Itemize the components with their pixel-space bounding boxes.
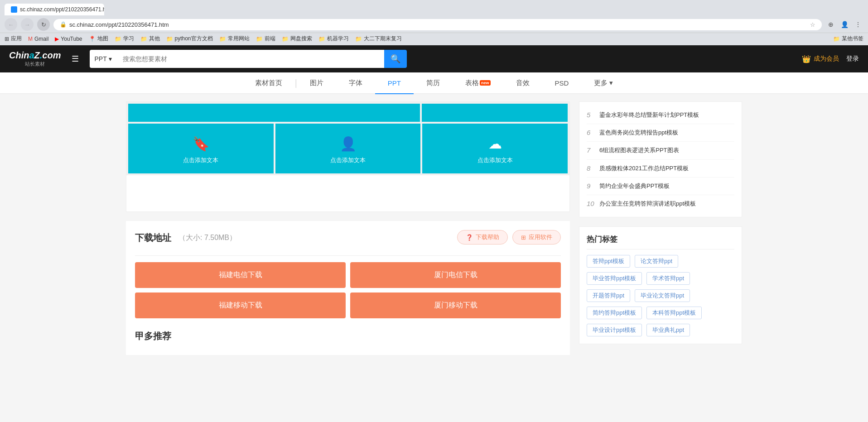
ppt-card-grid: 🔖 点击添加文本 👤 点击添加文本 ☁ 点击添加文本 bbox=[126, 122, 569, 175]
profile-icon[interactable]: 👤 bbox=[839, 19, 850, 30]
search-type-label: PPT bbox=[94, 55, 106, 62]
address-bar[interactable]: 🔒 sc.chinaz.com/ppt/210220356471.htm ☆ bbox=[53, 19, 822, 30]
bookmark-study-label: 学习 bbox=[123, 35, 134, 43]
tag-6[interactable]: 毕业论文答辩ppt bbox=[635, 289, 690, 302]
nav-item-psd[interactable]: PSD bbox=[542, 72, 582, 94]
menu-icon[interactable]: ☰ bbox=[72, 54, 79, 64]
ppt-card-2-text: 点击添加文本 bbox=[330, 156, 366, 164]
bookmark-others-label: 其他 bbox=[149, 35, 160, 43]
others-folder-icon: 📁 bbox=[140, 36, 147, 42]
tag-3[interactable]: 毕业答辩ppt模板 bbox=[587, 272, 642, 285]
bookmark-frontend[interactable]: 📁 前端 bbox=[256, 35, 275, 43]
search-type-select[interactable]: PPT ▾ bbox=[90, 50, 116, 68]
bookmark-ml[interactable]: 📁 机器学习 bbox=[318, 35, 349, 43]
ppt-slide: 🔖 点击添加文本 👤 点击添加文本 ☁ 点击添加文本 bbox=[126, 102, 569, 211]
ppt-card-3: ☁ 点击添加文本 bbox=[422, 124, 568, 173]
tag-4[interactable]: 学术答辩ppt bbox=[646, 272, 690, 285]
back-button[interactable]: ← bbox=[5, 18, 17, 31]
tab-bar: sc.chinaz.com/ppt/210220356471.htm bbox=[5, 4, 863, 15]
list-item-5[interactable]: 5 鎏金水彩年终总结暨新年计划PPT模板 bbox=[587, 106, 734, 124]
bookmark-maps[interactable]: 📍 地图 bbox=[89, 35, 108, 43]
list-title-9: 简约企业年会盛典PPT模板 bbox=[599, 182, 670, 190]
tag-8[interactable]: 本科答辩ppt模板 bbox=[646, 307, 702, 319]
logo-text: ChinaZ.com bbox=[9, 50, 61, 61]
search-button[interactable]: 🔍 bbox=[384, 50, 407, 68]
browser-chrome: sc.chinaz.com/ppt/210220356471.htm ← → ↻… bbox=[0, 0, 868, 33]
list-item-10[interactable]: 10 办公室主任竞聘答辩演讲述职ppt模板 bbox=[587, 195, 734, 212]
bookmark-others[interactable]: 📁 其他 bbox=[140, 35, 160, 43]
frontend-folder-icon: 📁 bbox=[256, 36, 263, 42]
menu-dots-icon[interactable]: ⋮ bbox=[853, 19, 863, 30]
help-label: 下载帮助 bbox=[476, 233, 499, 241]
bookmarks-bar: ⊞ 应用 M Gmail ▶ YouTube 📍 地图 📁 学习 📁 其他 📁 … bbox=[0, 33, 868, 45]
gmail-icon: M bbox=[28, 36, 33, 42]
youtube-icon: ▶ bbox=[55, 36, 59, 42]
extensions-icon[interactable]: ⊕ bbox=[825, 19, 836, 30]
bookmark-gmail[interactable]: M Gmail bbox=[28, 36, 48, 42]
list-item-8[interactable]: 8 质感微粒体2021工作总结PPT模板 bbox=[587, 160, 734, 177]
bookmark-common[interactable]: 📁 常用网站 bbox=[219, 35, 250, 43]
nav-item-home[interactable]: 素材首页 bbox=[242, 72, 295, 94]
bookmark-youtube[interactable]: ▶ YouTube bbox=[55, 36, 82, 42]
nav-item-fonts[interactable]: 字体 bbox=[336, 72, 375, 94]
search-type-arrow: ▾ bbox=[109, 55, 112, 62]
bookmark-more-books[interactable]: 📁 某他书签 bbox=[833, 35, 863, 43]
forward-button[interactable]: → bbox=[21, 18, 34, 31]
hot-tags: 热门标签 答辩ppt模板 论文答辩ppt 毕业答辩ppt模板 学术答辩ppt 开… bbox=[579, 226, 742, 344]
list-item-6[interactable]: 6 蓝色商务岗位竞聘报告ppt模板 bbox=[587, 124, 734, 142]
ppt-card-1-text: 点击添加文本 bbox=[183, 156, 218, 164]
tab-favicon bbox=[11, 6, 17, 13]
tag-1[interactable]: 答辩ppt模板 bbox=[587, 255, 630, 268]
nav-item-resume[interactable]: 简历 bbox=[414, 72, 453, 94]
bookmark-python[interactable]: 📁 python官方文档 bbox=[166, 35, 213, 43]
xiamen-mobile-button[interactable]: 厦门移动下载 bbox=[350, 293, 561, 318]
netdisk-folder-icon: 📁 bbox=[282, 36, 289, 42]
star-icon[interactable]: ☆ bbox=[810, 21, 815, 28]
app-button[interactable]: ⊞ 应用软件 bbox=[512, 230, 561, 245]
xiamen-telecom-button[interactable]: 厦门电信下载 bbox=[350, 262, 561, 288]
nav-item-images[interactable]: 图片 bbox=[297, 72, 336, 94]
tag-2[interactable]: 论文答辩ppt bbox=[635, 255, 678, 268]
nav-ppt-label: PPT bbox=[388, 79, 401, 87]
nav-item-more[interactable]: 更多 ▾ bbox=[581, 72, 626, 94]
member-button[interactable]: 👑 成为会员 bbox=[802, 55, 839, 63]
search-input[interactable] bbox=[116, 50, 385, 68]
fujian-telecom-button[interactable]: 福建电信下载 bbox=[135, 262, 346, 288]
sidebar-list: 5 鎏金水彩年终总结暨新年计划PPT模板 6 蓝色商务岗位竞聘报告ppt模板 7… bbox=[579, 101, 742, 217]
bookmark-common-label: 常用网站 bbox=[228, 35, 250, 43]
nav-audio-label: 音效 bbox=[516, 79, 530, 87]
nav-item-ppt[interactable]: PPT bbox=[375, 72, 414, 94]
bookmark-apps[interactable]: ⊞ 应用 bbox=[5, 35, 22, 43]
tag-5[interactable]: 开题答辩ppt bbox=[587, 289, 630, 302]
logo[interactable]: ChinaZ.com 站长素材 bbox=[9, 50, 61, 67]
main-layout: 🔖 点击添加文本 👤 点击添加文本 ☁ 点击添加文本 bbox=[117, 94, 751, 362]
fujian-mobile-button[interactable]: 福建移动下载 bbox=[135, 293, 346, 318]
member-label: 成为会员 bbox=[814, 55, 839, 63]
bookmark-netdisk[interactable]: 📁 网盘搜索 bbox=[282, 35, 312, 43]
bookmark-python-label: python官方文档 bbox=[175, 35, 213, 43]
list-item-9[interactable]: 9 简约企业年会盛典PPT模板 bbox=[587, 177, 734, 195]
bookmark-maps-label: 地图 bbox=[97, 35, 108, 43]
nav-bar: 素材首页 | 图片 字体 PPT 简历 表格 new 音效 PSD 更多 ▾ bbox=[0, 72, 868, 94]
bookmark-ml-label: 机器学习 bbox=[327, 35, 349, 43]
bookmark-study[interactable]: 📁 学习 bbox=[115, 35, 134, 43]
bookmark-gmail-label: Gmail bbox=[34, 36, 48, 42]
nav-item-audio[interactable]: 音效 bbox=[503, 72, 542, 94]
nav-fonts-label: 字体 bbox=[349, 79, 362, 87]
hot-tags-title: 热门标签 bbox=[587, 234, 734, 249]
help-button[interactable]: ❓ 下载帮助 bbox=[457, 230, 508, 245]
tag-10[interactable]: 毕业典礼ppt bbox=[646, 324, 690, 336]
bookmark-youtube-label: YouTube bbox=[61, 36, 82, 42]
tag-9[interactable]: 毕业设计ppt模板 bbox=[587, 324, 642, 336]
tag-7[interactable]: 简约答辩ppt模板 bbox=[587, 307, 642, 319]
refresh-button[interactable]: ↻ bbox=[37, 18, 50, 31]
login-button[interactable]: 登录 bbox=[846, 55, 859, 63]
active-tab[interactable]: sc.chinaz.com/ppt/210220356471.htm bbox=[5, 4, 104, 15]
nav-more-chevron: ▾ bbox=[609, 79, 613, 87]
nav-item-table[interactable]: 表格 new bbox=[453, 72, 503, 94]
list-item-7[interactable]: 7 6组流程图表逻进关系PPT图表 bbox=[587, 142, 734, 159]
nav-table-badge: new bbox=[480, 80, 491, 86]
list-title-5: 鎏金水彩年终总结暨新年计划PPT模板 bbox=[599, 111, 699, 119]
bookmark-review[interactable]: 📁 大二下期末复习 bbox=[355, 35, 402, 43]
divider bbox=[135, 255, 561, 256]
